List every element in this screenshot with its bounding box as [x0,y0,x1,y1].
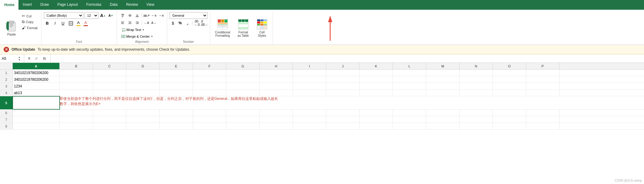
bold-button[interactable]: B [44,20,51,27]
cell-f2[interactable] [193,76,226,83]
cell-l7[interactable] [393,116,426,123]
wrap-text-button[interactable]: Wrap Text ▼ [119,27,146,33]
cell-c7[interactable] [93,116,126,123]
col-header-c[interactable]: C [93,63,126,69]
cell-e3[interactable] [160,83,193,89]
row-num-2[interactable]: 2 [0,76,13,83]
cell-n2[interactable] [460,76,493,83]
col-header-n[interactable]: N [460,63,493,69]
indent-decrease-button[interactable]: ←≡ [151,12,157,19]
cell-g4[interactable] [226,90,260,96]
cell-m7[interactable] [426,116,460,123]
cell-ref-input[interactable] [2,56,17,61]
cell-p4[interactable] [526,90,559,96]
cell-f8[interactable] [193,123,226,129]
cell-o4[interactable] [493,90,526,96]
cell-i8[interactable] [293,123,326,129]
cell-h4[interactable] [260,90,293,96]
cell-c4[interactable] [93,90,126,96]
borders-button[interactable] [68,20,74,27]
cell-k7[interactable] [360,116,393,123]
tab-view[interactable]: View [142,0,159,10]
cell-b7[interactable] [60,116,93,123]
cell-l3[interactable] [393,83,426,89]
cell-m4[interactable] [426,90,460,96]
cell-l2[interactable] [393,76,426,83]
col-header-f[interactable]: F [193,63,226,69]
tab-insert[interactable]: Insert [18,0,36,10]
cell-h3[interactable] [260,83,293,89]
tab-review[interactable]: Review [122,0,142,10]
font-grow-button[interactable]: A▲ [100,12,106,19]
col-header-g[interactable]: G [226,63,260,69]
format-painter-button[interactable]: 🖌 Format [21,25,39,30]
cell-n1[interactable] [460,70,493,76]
cell-f1[interactable] [193,70,226,76]
cell-a8[interactable] [13,123,60,129]
cell-a1[interactable]: 34010219780206200 [13,70,60,76]
cell-j2[interactable] [326,76,360,83]
col-header-p[interactable]: P [526,63,559,69]
cell-n7[interactable] [460,116,493,123]
formula-input[interactable] [51,56,644,61]
conditional-formatting-button[interactable]: ≠ ConditionalFormatting [213,17,233,39]
cell-n8[interactable] [460,123,493,129]
cell-g1[interactable] [226,70,260,76]
cell-i6[interactable] [293,110,326,116]
cell-b8[interactable] [60,123,93,129]
tab-formulas[interactable]: Formulas [82,0,106,10]
cell-i4[interactable] [293,90,326,96]
cell-h8[interactable] [260,123,293,129]
cell-c8[interactable] [93,123,126,129]
cell-a6[interactable] [13,110,60,116]
cut-button[interactable]: ✂ Cut [21,13,39,19]
cell-b3[interactable] [60,83,93,89]
cell-i2[interactable] [293,76,326,83]
cell-k4[interactable] [360,90,393,96]
cell-l6[interactable] [393,110,426,116]
cell-m8[interactable] [426,123,460,129]
font-shrink-button[interactable]: A▼ [108,12,114,19]
font-name-select[interactable]: Calibri (Body) [44,12,83,19]
cell-j7[interactable] [326,116,360,123]
col-header-e[interactable]: E [160,63,193,69]
font-size-select[interactable]: 12 [85,12,98,19]
cell-b4[interactable] [60,90,93,96]
cell-j8[interactable] [326,123,360,129]
cell-j4[interactable] [326,90,360,96]
cell-m3[interactable] [426,83,460,89]
cell-e2[interactable] [160,76,193,83]
cell-a4[interactable]: ab13 [13,90,60,96]
cell-o2[interactable] [493,76,526,83]
text-orientation-button[interactable]: ab↗ [143,12,150,19]
italic-button[interactable]: I [52,20,58,27]
cell-a2[interactable]: 34010219780206200 [13,76,60,83]
cell-l1[interactable] [393,70,426,76]
row-num-6[interactable]: 6 [0,110,13,116]
cell-g8[interactable] [226,123,260,129]
paste-button[interactable]: Paste [4,19,19,37]
cell-e8[interactable] [160,123,193,129]
col-header-j[interactable]: J [326,63,360,69]
cell-i3[interactable] [293,83,326,89]
col-header-l[interactable]: L [393,63,426,69]
tab-draw[interactable]: Draw [36,0,53,10]
cell-p7[interactable] [526,116,559,123]
cell-h6[interactable] [260,110,293,116]
number-format-select[interactable]: General [170,12,207,19]
align-right-button[interactable] [134,19,141,26]
tab-home[interactable]: Home [0,0,18,10]
formula-cancel-button[interactable]: ✕ [26,56,32,61]
cell-e4[interactable] [160,90,193,96]
cell-o3[interactable] [493,83,526,89]
cell-a7[interactable] [13,116,60,123]
col-header-i[interactable]: I [293,63,326,69]
comma-button[interactable]: ⌟ [184,20,191,26]
cell-f4[interactable] [193,90,226,96]
fill-color-button[interactable]: A [75,20,81,27]
percent-button[interactable]: % [177,20,184,26]
cell-a5[interactable] [13,96,60,109]
cell-j1[interactable] [326,70,360,76]
cell-styles-button[interactable]: CellStyles [254,17,270,39]
decrease-decimal-button[interactable]: .0.00→ [201,20,207,26]
